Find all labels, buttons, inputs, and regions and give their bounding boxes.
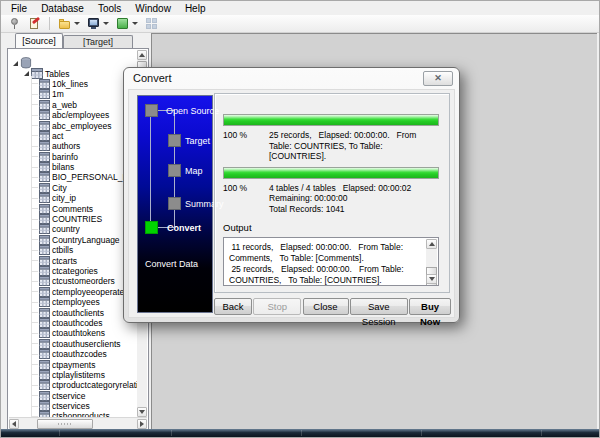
progress-detail: 25 records, Elapsed: 00:00:00. From Tabl…: [269, 130, 439, 162]
tree-connector: [32, 135, 38, 136]
table-icon: [39, 193, 50, 203]
tree-connector: [32, 198, 38, 199]
tree-connector: [32, 125, 38, 126]
output-scrollbar[interactable]: [426, 239, 437, 284]
tree-item-database[interactable]: [9, 58, 137, 68]
tree-item[interactable]: Comments: [9, 203, 137, 213]
tree-item[interactable]: COUNTRIES: [9, 214, 137, 224]
tree-item[interactable]: a_web: [9, 100, 137, 110]
open-source-button[interactable]: [56, 16, 82, 32]
total-progress-bar: [223, 167, 439, 179]
menu-item-tools[interactable]: Tools: [91, 2, 128, 15]
tree-item-label: ctpayments: [50, 360, 95, 370]
tree-item[interactable]: abc_employees: [9, 120, 137, 130]
scroll-up-button[interactable]: [426, 239, 437, 249]
arrow-right-icon: [140, 421, 144, 427]
menu-item-database[interactable]: Database: [34, 2, 91, 15]
tree-item-label: ctproductcategoryrelation: [50, 380, 137, 390]
tree-item[interactable]: ctoauthuserclients: [9, 339, 137, 349]
back-button[interactable]: Back: [214, 298, 252, 315]
close-button[interactable]: Close: [303, 298, 349, 315]
tree-item[interactable]: 10k_lines: [9, 79, 137, 89]
menu-item-window[interactable]: Window: [128, 2, 178, 15]
scroll-right-button[interactable]: [137, 419, 147, 429]
scroll-up-button[interactable]: [137, 50, 147, 60]
tree-item-label: COUNTRIES: [50, 214, 102, 224]
buy-now-button[interactable]: Buy Now: [409, 298, 451, 315]
tree-item[interactable]: ctcategories: [9, 266, 137, 276]
wizard-step-marker: [145, 221, 158, 234]
tree-item[interactable]: ctcarts: [9, 255, 137, 265]
tab-target[interactable]: [Target]: [63, 35, 133, 48]
output-line: 11 records, Elapsed: 00:00:00. From Tabl…: [229, 242, 422, 264]
cube-icon: [116, 17, 129, 30]
tree-item[interactable]: ctplaylistitems: [9, 370, 137, 380]
scroll-down-button[interactable]: [137, 407, 147, 417]
tree-connector: [32, 291, 38, 292]
tree-guide-line: [31, 76, 32, 417]
tree-connector: [32, 271, 38, 272]
tree-item[interactable]: BIO_PERSONAL_INFO: [9, 172, 137, 182]
tree-item[interactable]: country: [9, 224, 137, 234]
tree-item[interactable]: ctpayments: [9, 359, 137, 369]
table-icon: [39, 121, 50, 131]
tree-item-label: ctcustomeorders: [50, 276, 115, 286]
tree-item[interactable]: ctemployees: [9, 297, 137, 307]
output-log[interactable]: 11 records, Elapsed: 00:00:00. From Tabl…: [223, 237, 439, 286]
tree-item-label: 1m: [50, 89, 64, 99]
output-line: 25 records, Elapsed: 00:00:00. From Tabl…: [229, 264, 422, 286]
disconnect-button[interactable]: [26, 16, 43, 32]
tree-connector: [32, 156, 38, 157]
convert-button[interactable]: [114, 16, 140, 32]
tree-item[interactable]: authors: [9, 141, 137, 151]
tree-item[interactable]: city_ip: [9, 193, 137, 203]
dialog-body: Open SourceTargetMapSummaryConvert Conve…: [128, 89, 455, 318]
tree-item[interactable]: barinfo: [9, 152, 137, 162]
wizard-step-label: Convert: [167, 223, 201, 233]
tree-item[interactable]: City: [9, 183, 137, 193]
table-icon: [39, 287, 50, 297]
tree-item-label: City: [50, 183, 67, 193]
table-icon: [39, 141, 50, 151]
expand-icon[interactable]: [24, 71, 29, 76]
close-icon[interactable]: ✕: [423, 71, 453, 86]
scrollbar-thumb[interactable]: [37, 419, 93, 429]
tree-item[interactable]: ctservice: [9, 391, 137, 401]
scroll-left-button[interactable]: [9, 419, 19, 429]
tree-item[interactable]: ctoauthcodes: [9, 318, 137, 328]
taskbar-segment: [421, 430, 422, 436]
tree-item[interactable]: ctbills: [9, 245, 137, 255]
table-icon: [39, 380, 50, 390]
tree-item[interactable]: ctcustomeorders: [9, 276, 137, 286]
tree-item[interactable]: act: [9, 131, 137, 141]
menu-item-help[interactable]: Help: [178, 2, 213, 15]
view-button[interactable]: [85, 16, 111, 32]
menu-item-file[interactable]: File: [4, 2, 34, 15]
tab-source[interactable]: [Source]: [15, 33, 63, 48]
table-icon: [39, 131, 50, 141]
expand-icon[interactable]: [13, 61, 18, 66]
save-session-button[interactable]: Save Session: [350, 298, 408, 315]
connect-button[interactable]: [6, 16, 23, 32]
source-target-tabs: [Source] [Target]: [7, 33, 149, 48]
tree-connector: [32, 260, 38, 261]
tree-item[interactable]: abc/employees: [9, 110, 137, 120]
tree-item[interactable]: bilans: [9, 162, 137, 172]
tree-item[interactable]: ctoauthzcodes: [9, 349, 137, 359]
tree-item[interactable]: ctoauthtokens: [9, 328, 137, 338]
scroll-down-button[interactable]: [426, 274, 437, 284]
tree-item[interactable]: ctemployeeoperatelog: [9, 287, 137, 297]
tree-item[interactable]: ctservices: [9, 401, 137, 411]
tree-connector: [32, 219, 38, 220]
tree-items: 10k_lines1ma_webabc/employeesabc_employe…: [9, 79, 137, 417]
tree-item[interactable]: 1m: [9, 89, 137, 99]
taskbar-segment: [59, 430, 60, 436]
tree-item-tables[interactable]: Tables: [9, 68, 137, 78]
tree-item[interactable]: ctproductcategoryrelation: [9, 380, 137, 390]
table-icon: [39, 328, 50, 338]
tree-item[interactable]: ctoauthclients: [9, 307, 137, 317]
tree-item[interactable]: CountryLanguage: [9, 235, 137, 245]
wizard-step-marker: [168, 134, 181, 147]
tree-horizontal-scrollbar[interactable]: [9, 417, 147, 429]
dropdown-arrow-icon: [132, 22, 138, 25]
